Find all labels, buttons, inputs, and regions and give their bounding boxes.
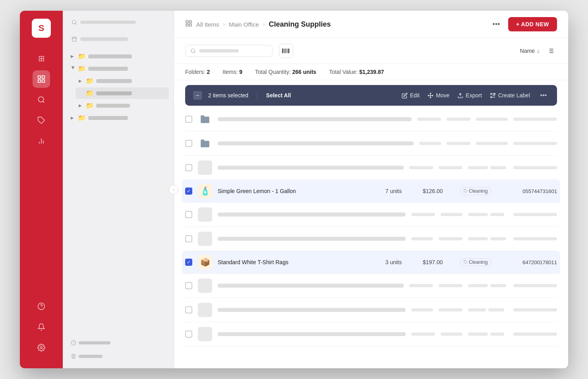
breadcrumb-icon: [185, 20, 192, 29]
item-thumb-rags: 📦: [198, 255, 212, 269]
folder-row-1[interactable]: [185, 107, 557, 131]
qty-stat: Total Quantity: 266 units: [255, 69, 316, 75]
svg-rect-1: [42, 76, 44, 78]
svg-rect-18: [186, 21, 188, 23]
skel-row-6: [185, 322, 557, 346]
folder-icon-4: 📁: [86, 102, 94, 109]
svg-rect-0: [38, 76, 41, 78]
toolbar: Name ↓: [174, 38, 568, 64]
collapse-sidebar-btn[interactable]: ‹: [169, 185, 178, 194]
list-view-btn[interactable]: [544, 44, 557, 57]
tree-bottom: [68, 338, 169, 362]
item-list: ✓ 🧴 Simple Green Lemon - 1 Gallon 7 unit…: [174, 107, 568, 368]
tree-item-3[interactable]: ▶ 📁: [68, 112, 169, 124]
bell-btn[interactable]: [33, 318, 50, 336]
skel-row-3: [185, 227, 557, 251]
breadcrumb-sep-2: ›: [263, 21, 265, 27]
row-checkbox-sg[interactable]: ✓: [185, 188, 192, 195]
cleaning-tag-sg: Cleaning: [460, 187, 491, 195]
folders-stat: Folders: 2: [185, 69, 210, 75]
folder-row-2[interactable]: [185, 131, 557, 156]
tree-history-btn[interactable]: [68, 338, 169, 348]
chevron-right-icon-3: ▶: [79, 103, 83, 108]
search-box[interactable]: [185, 45, 273, 57]
nav-search-btn[interactable]: [33, 91, 50, 108]
row-checkbox-s2[interactable]: [185, 211, 192, 218]
nav-chart-btn[interactable]: [33, 132, 50, 150]
help-btn[interactable]: [33, 298, 50, 315]
item-row-rags[interactable]: ✓ 📦 Standard White T-Shirt Rags 3 units …: [182, 251, 560, 274]
tree-trash-btn[interactable]: [68, 352, 169, 361]
svg-rect-20: [186, 24, 188, 26]
sel-divider: |: [256, 91, 258, 100]
active-folder-icon: 📁: [86, 89, 94, 97]
nav-grid-btn[interactable]: ⊞: [33, 50, 50, 67]
deselect-btn[interactable]: −: [193, 91, 202, 100]
svg-rect-13: [72, 37, 77, 41]
item-tag-rags: Cleaning: [460, 258, 500, 266]
tree-search-area: [68, 17, 169, 27]
nav-tag-btn[interactable]: [33, 112, 50, 129]
chevron-right-icon: ▶: [71, 54, 75, 58]
tree-search-bar[interactable]: [80, 21, 136, 24]
label-icon: [490, 93, 496, 99]
move-btn[interactable]: Move: [427, 92, 449, 99]
sel-more-btn[interactable]: •••: [538, 90, 549, 101]
item-price-rags: $197.00: [423, 259, 455, 265]
nav-inventory-btn[interactable]: [33, 70, 50, 88]
item-price-sg: $126.00: [423, 188, 455, 194]
tree-active-item[interactable]: 📁: [75, 87, 169, 99]
row-checkbox-s6[interactable]: [185, 331, 192, 338]
more-options-btn[interactable]: •••: [489, 17, 503, 31]
svg-rect-3: [42, 80, 44, 82]
breadcrumb-all-items[interactable]: All Items: [196, 21, 219, 28]
move-label: Move: [436, 92, 449, 99]
svg-rect-19: [190, 21, 191, 23]
red-sidebar: S ⊞: [20, 11, 63, 368]
tree-item-1[interactable]: ▶ 📁: [68, 50, 169, 62]
export-label: Export: [466, 92, 482, 99]
tree-sidebar: ▶ 📁 ▶ 📁 ▶ 📁 📁: [63, 11, 174, 368]
row-checkbox-s3[interactable]: [185, 235, 192, 242]
svg-rect-34: [491, 97, 492, 98]
row-checkbox-s1[interactable]: [185, 164, 192, 171]
row-checkbox-s5[interactable]: [185, 306, 192, 313]
row-checkbox-f1[interactable]: [185, 116, 192, 123]
row-checkbox-f2[interactable]: [185, 140, 192, 147]
items-value: 9: [239, 69, 242, 75]
row-checkbox-s4[interactable]: [185, 282, 192, 289]
svg-rect-32: [491, 93, 492, 94]
export-icon: [457, 93, 463, 99]
sort-btn[interactable]: Name ↓: [520, 48, 540, 54]
barcode-icon: [282, 47, 290, 55]
skel-row-1: [185, 156, 557, 180]
settings-btn[interactable]: [33, 339, 50, 356]
svg-point-22: [191, 49, 195, 52]
folders-value: 2: [207, 69, 210, 75]
create-label-btn[interactable]: Create Label: [490, 92, 530, 99]
selection-actions: Edit Move Export Create Label •••: [402, 90, 549, 101]
tree-item-parent[interactable]: ▶ 📁: [68, 63, 169, 74]
edit-label: Edit: [410, 92, 420, 99]
breadcrumb-main-office[interactable]: Main Office: [229, 21, 259, 28]
skel-row-4: [185, 274, 557, 298]
breadcrumb-current: Cleaning Supplies: [269, 20, 331, 29]
svg-point-4: [39, 97, 44, 102]
select-all-btn[interactable]: Select All: [266, 92, 291, 99]
folder-icon-2: 📁: [78, 65, 86, 72]
item-sku-rags: 647200178011: [505, 259, 557, 265]
add-new-btn[interactable]: + ADD NEW: [508, 17, 557, 31]
tree-sub-item-2[interactable]: ▶ 📁: [75, 100, 169, 111]
tree-sub-item-1[interactable]: ▶ 📁: [75, 75, 169, 87]
svg-point-12: [72, 20, 76, 24]
item-row-simple-green[interactable]: ✓ 🧴 Simple Green Lemon - 1 Gallon 7 unit…: [182, 180, 560, 203]
brand-logo: S: [32, 19, 51, 38]
nav-bottom: [33, 298, 50, 356]
export-btn[interactable]: Export: [457, 92, 482, 99]
edit-btn[interactable]: Edit: [402, 92, 420, 99]
row-checkbox-rags[interactable]: ✓: [185, 259, 192, 266]
date-filter-skeleton: [80, 37, 128, 41]
barcode-btn[interactable]: [279, 44, 293, 58]
chevron-right-icon-4: ▶: [71, 116, 75, 120]
skel-row-2: [185, 203, 557, 227]
